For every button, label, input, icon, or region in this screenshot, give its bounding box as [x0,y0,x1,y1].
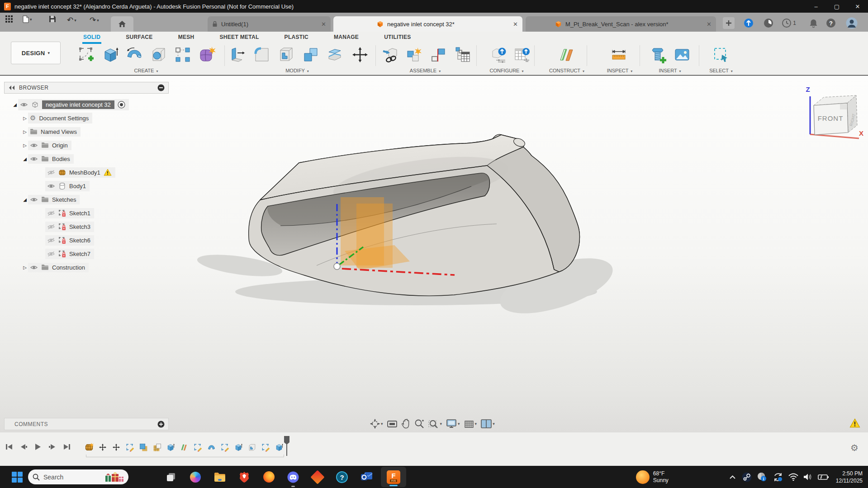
timeline-feature-extrude[interactable] [165,442,176,453]
weather-widget[interactable]: 68°F Sunny [653,470,677,484]
search-box[interactable]: Search [28,469,128,484]
timeline-feature-mesh-body[interactable] [83,442,95,453]
press-pull-button[interactable] [228,44,247,65]
insert-canvas-button[interactable] [672,44,692,65]
look-at-button[interactable] [387,420,397,428]
expand-arrow-icon[interactable]: ▷ [22,129,28,134]
browser-row-root[interactable]: ◢ negative inlet concept 32 [0,98,129,111]
close-button[interactable]: ✕ [847,0,868,13]
browser-row-meshbody1[interactable]: MeshBody1 [0,166,115,179]
tab-close-icon[interactable]: ✕ [316,21,326,28]
assemble-group-label[interactable]: ASSEMBLE ▾ [410,68,441,73]
discord-button[interactable] [283,467,303,487]
split-body-button[interactable] [325,44,345,65]
ribbon-tab-utilities[interactable]: UTILITIES [383,33,412,42]
undo-button[interactable]: ↶▾ [67,15,76,25]
fillet-button[interactable] [252,44,272,65]
browser-row-body1[interactable]: Body1 [0,179,90,193]
bom-table-button[interactable] [453,44,473,65]
create-sketch-button[interactable] [76,44,96,65]
browser-row-sketches[interactable]: ◢ Sketches [0,193,80,206]
comments-panel[interactable]: COMMENTS [4,418,169,430]
sync-tray-icon[interactable] [770,467,786,487]
timeline-settings-gear-icon[interactable]: ⚙ [850,442,859,453]
measure-button[interactable] [609,44,629,65]
timeline-go-to-start-button[interactable] [4,441,14,452]
visibility-eye-icon[interactable] [47,183,55,189]
visibility-eye-icon[interactable] [30,265,38,270]
inspect-group-label[interactable]: INSPECT ▾ [607,68,633,73]
insert-derive-button[interactable] [380,44,400,65]
configuration-table-button[interactable] [512,44,532,65]
new-tab-button[interactable] [723,17,735,29]
viewports-button[interactable]: ▾ [481,419,495,428]
move-copy-button[interactable] [350,44,370,65]
browser-row-sketch7[interactable]: Sketch7 [0,247,94,261]
timeline-play-button[interactable] [33,441,43,452]
joint-button[interactable] [428,44,448,65]
timeline-step-back-button[interactable] [18,441,29,452]
model-3d-view[interactable] [0,76,868,432]
tab-m-pt-break-vent-scan[interactable]: M_Pt_Break_Vent_Scan - alex version* ✕ [526,16,716,32]
brave-browser-button[interactable] [234,467,254,487]
modify-group-label[interactable]: MODIFY ▾ [285,68,309,73]
tray-chevron-icon[interactable] [726,467,739,487]
zoom-window-button[interactable]: ▾ [428,419,442,429]
expand-arrow-icon[interactable]: ◢ [12,102,18,107]
ribbon-tab-solid[interactable]: SOLID [82,33,101,44]
firefox-button[interactable] [259,467,279,487]
canvas-warning-icon[interactable] [849,418,860,430]
pan-button[interactable] [401,419,410,429]
expand-arrow-icon[interactable]: ◢ [22,156,28,161]
task-view-button[interactable] [161,467,181,487]
outlook-button[interactable] [356,467,376,487]
visibility-off-icon[interactable] [47,224,55,230]
browser-row-named-views[interactable]: ▷ Named Views [0,125,81,138]
minimize-button[interactable]: – [806,0,826,13]
job-status-icon[interactable]: 1 [779,17,799,29]
visibility-off-icon[interactable] [47,237,55,243]
ribbon-tab-sheet-metal[interactable]: SHEET METAL [219,33,260,42]
ribbon-tab-surface[interactable]: SURFACE [125,33,153,42]
volume-icon[interactable] [801,467,815,487]
select-group-label[interactable]: SELECT ▾ [709,68,733,73]
root-component-label[interactable]: negative inlet concept 32 [42,100,114,109]
timeline-feature-shell[interactable] [246,442,258,453]
ribbon-tab-mesh[interactable]: MESH [177,33,195,42]
maximize-button[interactable]: ▢ [826,0,847,13]
game-launcher-button[interactable] [308,467,327,487]
pattern-button[interactable] [173,44,193,65]
help-icon[interactable]: ? [825,17,837,29]
visibility-eye-icon[interactable] [20,102,28,108]
browser-row-sketch1[interactable]: Sketch1 [0,206,94,220]
visibility-eye-icon[interactable] [30,197,38,203]
configure-group-label[interactable]: CONFIGURE ▾ [489,68,523,73]
clock-widget[interactable]: 2:50 PM 12/11/2025 [836,470,863,484]
browser-row-origin[interactable]: ▷ Origin [0,138,71,152]
expand-arrow-icon[interactable]: ◢ [22,197,28,202]
insert-fastener-button[interactable] [648,44,668,65]
browser-row-sketch3[interactable]: Sketch3 [0,220,94,233]
timeline-go-to-end-button[interactable] [62,441,72,452]
revolve-button[interactable] [124,44,144,65]
timeline-step-forward-button[interactable] [47,441,58,452]
timeline-feature-sketch[interactable] [219,442,231,453]
view-cube[interactable]: FRONT RIGHT Z X [797,84,864,142]
extensions-icon[interactable] [763,17,774,29]
expand-arrow-icon[interactable]: ▷ [22,143,28,148]
grid-snap-button[interactable]: ▾ [464,419,477,429]
select-button[interactable] [711,44,731,65]
hole-button[interactable] [149,44,169,65]
new-component-button[interactable] [404,44,424,65]
app-grid-icon[interactable] [5,15,13,23]
home-view-button[interactable] [111,16,133,32]
create-group-label[interactable]: CREATE ▾ [134,68,158,73]
orbit-button[interactable]: ▾ [370,419,383,429]
combine-button[interactable] [301,44,321,65]
timeline-feature-sketch[interactable] [192,442,204,453]
timeline-feature-sketch[interactable] [124,442,136,453]
ribbon-tab-plastic[interactable]: PLASTIC [284,33,309,42]
battery-icon[interactable] [815,467,831,487]
expand-arrow-icon[interactable]: ▷ [22,116,28,121]
tab-close-icon[interactable]: ✕ [508,21,518,28]
